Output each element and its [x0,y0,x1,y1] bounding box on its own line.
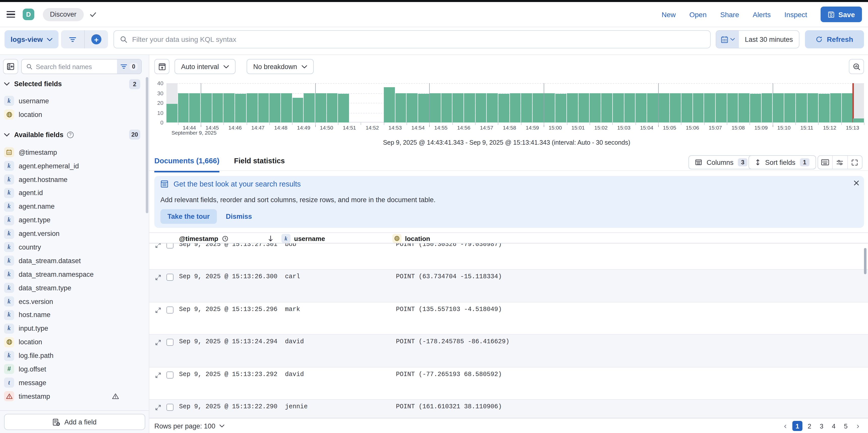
table-row[interactable]: Sep 9, 2025 @ 15:13:23.292davidPOINT (-7… [149,367,868,400]
histogram-bar[interactable] [453,83,463,123]
hide-chart-button[interactable] [154,59,169,74]
histogram-bar[interactable] [818,83,829,123]
histogram-bar[interactable] [567,83,578,123]
histogram-bar[interactable] [292,83,303,123]
histogram-bar[interactable] [544,83,555,123]
histogram-bar[interactable] [853,83,864,123]
histogram-bar[interactable] [613,83,624,123]
sidebar-scrollbar[interactable] [146,77,148,213]
sort-fields-button[interactable]: Sort fields 1 [748,155,816,169]
menu-icon[interactable] [6,11,15,18]
field-item-message[interactable]: tmessage [0,376,145,390]
field-search-input[interactable] [36,63,117,70]
histogram-bar[interactable] [361,83,372,123]
histogram-bar[interactable] [269,83,280,123]
refresh-button[interactable]: Refresh [805,30,864,48]
tab-documents[interactable]: Documents (1,666) [154,157,219,170]
histogram-bar[interactable] [510,83,521,123]
add-field-button[interactable]: Add a field [4,414,145,430]
space-avatar[interactable]: D [23,8,34,20]
tab-field-statistics[interactable]: Field statistics [234,157,285,170]
histogram-bar[interactable] [739,83,749,123]
histogram-bar[interactable] [281,83,292,123]
histogram-bar[interactable] [681,83,692,123]
histogram-bar[interactable] [784,83,795,123]
page-2-button[interactable]: 2 [804,421,814,431]
sort-direction-icon[interactable] [268,233,273,244]
keyboard-shortcuts-button[interactable] [818,156,832,169]
table-row[interactable]: Sep 9, 2025 @ 15:13:25.296markPOINT (135… [149,302,868,335]
expand-row-icon[interactable] [155,275,161,280]
histogram-bar[interactable] [773,83,784,123]
histogram-bar[interactable] [658,83,669,123]
histogram-chart[interactable] [166,83,864,123]
histogram-bar[interactable] [212,83,223,123]
row-checkbox[interactable] [166,371,174,378]
table-row[interactable]: Sep 9, 2025 @ 15:13:27.301bobPOINT (150.… [149,243,868,270]
histogram-bar[interactable] [590,83,601,123]
open-link[interactable]: Open [689,10,707,19]
histogram-bar[interactable] [579,83,589,123]
histogram-bar[interactable] [338,83,349,123]
field-item-ecs-version[interactable]: kecs.version [0,295,145,308]
field-item-agent-type[interactable]: kagent.type [0,213,145,227]
histogram-bar[interactable] [258,83,269,123]
inspect-link[interactable]: Inspect [784,10,807,19]
page-1-button[interactable]: 1 [792,421,802,431]
row-checkbox[interactable] [166,274,174,281]
histogram-bar[interactable] [693,83,704,123]
expand-row-icon[interactable] [155,307,161,313]
help-icon[interactable]: ? [67,132,74,138]
fullscreen-button[interactable] [847,156,862,169]
expand-row-icon[interactable] [155,243,161,248]
field-item-agent-version[interactable]: kagent.version [0,227,145,240]
calendar-menu-button[interactable] [716,31,739,48]
row-checkbox[interactable] [166,306,174,313]
histogram-bar[interactable] [487,83,498,123]
prev-page-icon[interactable]: ‹ [780,421,790,431]
save-button[interactable]: Save [821,6,862,22]
dismiss-button[interactable]: Dismiss [226,213,252,220]
histogram-bar[interactable] [395,83,406,123]
histogram-bar[interactable] [247,83,257,123]
time-range-button[interactable]: Last 30 minutes [739,31,799,48]
histogram-bar[interactable] [830,83,841,123]
field-item-agent-name[interactable]: kagent.name [0,200,145,213]
row-checkbox[interactable] [166,339,174,346]
histogram-bar[interactable] [762,83,772,123]
histogram-bar[interactable] [750,83,761,123]
histogram-bar[interactable] [327,83,337,123]
histogram-bar[interactable] [430,83,440,123]
histogram-bar[interactable] [189,83,200,123]
expand-row-icon[interactable] [155,340,161,345]
selected-fields-header[interactable]: Selected fields 2 [0,77,145,91]
collapse-sidebar-button[interactable] [3,59,18,74]
histogram-bar[interactable] [349,83,360,123]
kql-input[interactable] [132,35,704,43]
histogram-bar[interactable] [201,83,212,123]
field-item-agent-hostname[interactable]: kagent.hostname [0,173,145,186]
histogram-bar[interactable] [670,83,681,123]
page-5-button[interactable]: 5 [841,421,851,431]
table-row[interactable]: Sep 9, 2025 @ 15:13:26.300carlPOINT (63.… [149,270,868,302]
breadcrumb[interactable]: Discover [43,8,84,21]
share-link[interactable]: Share [720,10,739,19]
table-row[interactable]: Sep 9, 2025 @ 15:13:22.290jenniePOINT (1… [149,400,868,418]
histogram-bar[interactable] [601,83,612,123]
field-item-data-stream-dataset[interactable]: kdata_stream.dataset [0,254,145,268]
edit-visualization-button[interactable] [849,59,864,74]
column-header-location[interactable]: location [393,233,430,244]
histogram-bar[interactable] [464,83,475,123]
table-row[interactable]: Sep 9, 2025 @ 15:13:24.294davidPOINT (-1… [149,335,868,367]
field-item--timestamp[interactable]: @timestamp [0,146,145,159]
field-item-agent-ephemeral-id[interactable]: kagent.ephemeral_id [0,159,145,173]
field-item-log-file-path[interactable]: klog.file.path [0,349,145,362]
histogram-bar[interactable] [807,83,818,123]
histogram-bar[interactable] [178,83,189,123]
interval-select[interactable]: Auto interval [175,59,236,74]
close-icon[interactable] [854,180,859,186]
row-checkbox[interactable] [166,404,174,411]
histogram-bar[interactable] [556,83,566,123]
data-view-picker[interactable]: logs-view [4,30,59,48]
add-filter-button[interactable]: + [84,30,108,48]
